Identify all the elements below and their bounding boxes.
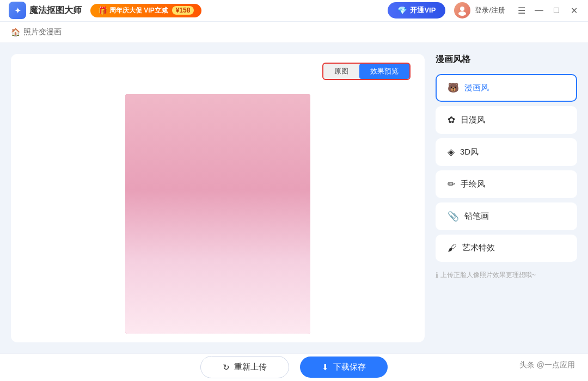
promo-text: 周年庆大促 VIP立减 (109, 6, 168, 15)
app-logo: ✦ 魔法抠图大师 (9, 2, 82, 19)
maximize-button[interactable]: □ (551, 5, 562, 16)
style-label-art: 艺术特效 (462, 243, 495, 253)
window-controls: ☰ — □ ✕ (516, 5, 579, 16)
watermark-text: 头条 @一点应用 (519, 360, 575, 369)
style-label-pencil: 铅笔画 (464, 211, 489, 222)
anime-icon: ✿ (448, 114, 455, 126)
portrait-bg (125, 94, 310, 334)
home-icon: 🏠 (11, 28, 20, 36)
user-login-label[interactable]: 登录/注册 (475, 5, 505, 15)
original-toggle[interactable]: 原图 (323, 64, 359, 79)
vip-diamond-icon: 💎 (397, 6, 407, 15)
style-label-3d: 3D风 (460, 147, 479, 157)
minimize-button[interactable]: — (534, 5, 544, 16)
style-item-3d[interactable]: ◈ 3D风 (436, 138, 577, 166)
app-title: 魔法抠图大师 (29, 5, 82, 16)
user-area: 登录/注册 (454, 2, 505, 19)
vip-button[interactable]: 💎 开通VIP (388, 2, 445, 19)
style-item-pencil[interactable]: 📎 铅笔画 (436, 202, 577, 230)
style-item-anime[interactable]: ✿ 日漫风 (436, 106, 577, 134)
hint-content: 上传正脸人像照片效果更理想哦~ (440, 271, 536, 280)
svg-point-0 (460, 7, 464, 11)
reupload-button[interactable]: ↻ 重新上传 (200, 356, 289, 378)
download-button[interactable]: ⬇ 下载保存 (300, 357, 388, 378)
download-label: 下载保存 (333, 362, 366, 372)
style-item-manga[interactable]: 🐻 漫画风 (436, 74, 577, 102)
pencil-icon: 📎 (448, 211, 459, 222)
breadcrumb-bar: 🏠 照片变漫画 (0, 22, 588, 43)
info-icon: ℹ (436, 271, 438, 279)
handdrawn-icon: ✏ (448, 179, 455, 190)
image-area (20, 94, 416, 334)
style-label-manga: 漫画风 (464, 83, 489, 93)
close-button[interactable]: ✕ (568, 5, 579, 16)
svg-point-1 (458, 11, 466, 16)
portrait-image (125, 94, 310, 334)
hint-text: ℹ 上传正脸人像照片效果更理想哦~ (436, 271, 577, 280)
download-icon: ⬇ (322, 362, 329, 372)
reupload-label: 重新上传 (234, 362, 267, 372)
preview-toggle[interactable]: 效果预览 (359, 64, 409, 79)
titlebar: ✦ 魔法抠图大师 🎁 周年庆大促 VIP立减 ¥158 💎 开通VIP 登录/注… (0, 0, 588, 22)
main-content: 原图 效果预览 (0, 43, 588, 353)
promo-icon: 🎁 (98, 6, 107, 15)
breadcrumb: 照片变漫画 (23, 27, 62, 37)
bottom-bar: ↻ 重新上传 ⬇ 下载保存 (0, 353, 588, 381)
footer-watermark: 头条 @一点应用 (519, 360, 575, 370)
left-panel: 原图 效果预览 (11, 54, 425, 342)
promo-banner[interactable]: 🎁 周年庆大促 VIP立减 ¥158 (90, 4, 201, 17)
promo-discount: ¥158 (172, 6, 194, 15)
reupload-icon: ↻ (223, 362, 230, 372)
section-title: 漫画风格 (436, 54, 577, 65)
menu-button[interactable]: ☰ (516, 5, 527, 16)
style-item-art[interactable]: 🖌 艺术特效 (436, 235, 577, 262)
logo-icon: ✦ (9, 2, 26, 19)
avatar (454, 2, 470, 19)
right-panel: 漫画风格 🐻 漫画风 ✿ 日漫风 ◈ 3D风 ✏ 手绘风 📎 铅笔画 (436, 54, 577, 342)
image-toggle: 原图 效果预览 (322, 63, 411, 80)
manga-icon: 🐻 (448, 82, 459, 94)
style-label-handdrawn: 手绘风 (461, 179, 485, 189)
art-icon: 🖌 (448, 243, 457, 254)
style-label-anime: 日漫风 (461, 115, 485, 125)
vip-label: 开通VIP (410, 5, 436, 15)
style-list: 🐻 漫画风 ✿ 日漫风 ◈ 3D风 ✏ 手绘风 📎 铅笔画 🖌 艺术特效 (436, 74, 577, 262)
style-item-handdrawn[interactable]: ✏ 手绘风 (436, 170, 577, 198)
3d-icon: ◈ (448, 146, 455, 158)
